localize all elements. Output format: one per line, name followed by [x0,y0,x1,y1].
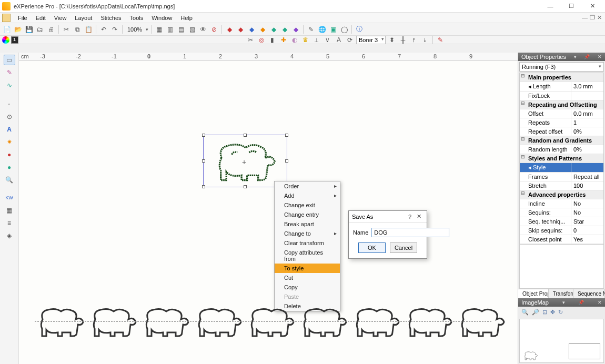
grid2-icon[interactable]: ▥ [165,25,175,34]
select-tool-icon[interactable]: ▭ [4,55,15,65]
panel-close-icon[interactable]: ✕ [596,54,602,59]
selection-box[interactable]: + [203,135,287,187]
refresh-icon[interactable]: ↻ [558,309,563,316]
prop-row[interactable]: ◂Style [520,163,603,173]
copy-icon[interactable]: ⧉ [73,25,82,34]
pan-icon[interactable]: ✥ [550,309,555,316]
diamond-green-icon[interactable]: ◆ [269,25,278,34]
ctx-copy-attr[interactable]: Copy attributes from [275,248,340,264]
crown-icon[interactable]: ♛ [301,35,310,45]
menu-file[interactable]: File [14,14,32,22]
prop-row[interactable]: ◂Length3.0 mm [520,82,603,92]
dot-red-icon[interactable]: ● [4,149,15,160]
diamond-green2-icon[interactable]: ◆ [280,25,289,34]
imagemap-preview[interactable] [519,319,604,363]
text-icon[interactable]: A [334,35,344,45]
zoom-fit-icon[interactable]: ⊡ [542,309,547,316]
menu-view[interactable]: View [50,14,71,22]
align1-icon[interactable]: ⟂ [312,35,321,45]
node-tool-icon[interactable]: ⊙ [4,112,15,122]
world-icon[interactable]: 🌐 [317,25,327,34]
mdi-doc-icon[interactable] [2,14,11,22]
ctx-to-style[interactable]: To style [275,264,340,273]
ctx-cut[interactable]: Cut [275,273,340,282]
needle1-icon[interactable]: ⬍ [387,35,397,45]
prop-row[interactable]: Skip sequins:0 [520,226,603,235]
ctx-change-exit[interactable]: Change exit [275,200,340,210]
dot-green-icon[interactable]: ● [4,162,15,173]
wave-tool-icon[interactable]: ∿ [4,80,15,90]
ctx-paste[interactable]: Paste [275,292,340,301]
preview-icon[interactable]: 👁 [198,25,208,34]
mdi-close-button[interactable]: ✕ [597,14,602,21]
grid-tool-icon[interactable]: ▦ [4,205,15,216]
minimize-button[interactable]: — [540,1,561,12]
kw-tool-icon[interactable]: KW [4,193,15,203]
paste-icon[interactable]: 📋 [84,25,93,34]
prop-section[interactable]: ⊟Advanced properties [520,190,603,199]
scissors-icon[interactable]: ✂ [246,35,255,45]
color-wheel-icon[interactable] [2,36,9,44]
ctx-copy[interactable]: Copy [275,282,340,292]
wand-icon[interactable]: ✎ [306,25,316,34]
imagemap-header[interactable]: ImageMap ▾ 📌 ✕ [518,298,605,307]
circle-icon[interactable]: ◯ [339,25,349,34]
save-icon[interactable]: 💾 [24,25,34,34]
tab-sequence[interactable]: Sequence M... [573,289,605,298]
grid4-icon[interactable]: ▧ [187,25,197,34]
color-pen-icon[interactable]: ✎ [436,35,445,45]
close-button[interactable]: ✕ [582,1,603,12]
maximize-button[interactable]: ☐ [561,1,582,12]
mirror-icon[interactable]: ◐ [290,35,299,45]
ctx-add[interactable]: Add [275,191,340,200]
diamond-orange-icon[interactable]: ◆ [258,25,267,34]
prop-row[interactable]: Stretch100 [520,181,603,190]
rotate-icon[interactable]: ⟳ [345,35,355,45]
ctx-clear-transform[interactable]: Clear transform [275,238,340,248]
edit-tool-icon[interactable]: ✎ [4,67,15,78]
prop-row[interactable]: InclineNo [520,199,603,208]
ok-button[interactable]: OK [358,242,386,253]
star-tool-icon[interactable]: ✷ [4,137,15,147]
cross-icon[interactable]: ✚ [279,35,288,45]
zoom-tool-icon[interactable]: 🔍 [4,175,15,185]
cancel-button[interactable]: Cancel [390,242,417,253]
dialog-help-button[interactable]: ? [405,214,415,220]
point-tool-icon[interactable]: ◦ [4,99,15,109]
needle2-icon[interactable]: ╫ [398,35,408,45]
menu-layout[interactable]: Layout [70,14,96,22]
target-icon[interactable]: ◎ [257,35,266,45]
diamond-red2-icon[interactable]: ◆ [236,25,245,34]
menu-tools[interactable]: Tools [126,14,148,22]
text-tool-icon[interactable]: A [4,124,15,135]
needle4-icon[interactable]: ⫰ [420,35,430,45]
info-icon[interactable]: ⓘ [355,25,364,34]
prop-row[interactable]: Random length0% [520,145,603,154]
tab-object-props[interactable]: Object Prop... [518,289,549,298]
imagemap-menu-icon[interactable]: ▾ [560,300,565,305]
prop-section[interactable]: ⊟Styles and Patterns [520,154,603,163]
tab-transform[interactable]: Transform [549,289,573,298]
ctx-order[interactable]: Order [275,181,340,191]
zoom-in-icon[interactable]: 🔍 [521,309,529,316]
prop-row[interactable]: Seq. techniq...Star [520,217,603,226]
menu-help[interactable]: Help [176,14,197,22]
current-color-swatch[interactable]: 1 [11,36,18,44]
menu-window[interactable]: Window [147,14,176,22]
zoom-level[interactable]: 100% [125,26,144,33]
grid3-icon[interactable]: ▤ [176,25,186,34]
prop-row[interactable]: Offset0.0 mm [520,109,603,118]
diamond-red-icon[interactable]: ◆ [225,25,234,34]
ctx-change-to[interactable]: Change to [275,229,340,238]
name-input[interactable] [371,228,449,237]
shape-tool-icon[interactable]: ◈ [4,230,15,241]
ctx-change-entry[interactable]: Change entry [275,210,340,219]
cut-icon[interactable]: ✂ [62,25,71,34]
prop-row[interactable]: Fix/Lock [520,92,603,100]
prop-row[interactable]: Closest pointYes [520,235,603,244]
diamond-blue-icon[interactable]: ◆ [247,25,256,34]
prop-section[interactable]: ⊟Random and Gradients [520,136,603,145]
pin-icon[interactable]: 📌 [582,54,590,59]
canvas[interactable]: + Order Add Change exit Change entry Bre… [19,61,518,364]
needle3-icon[interactable]: ⫯ [409,35,419,45]
